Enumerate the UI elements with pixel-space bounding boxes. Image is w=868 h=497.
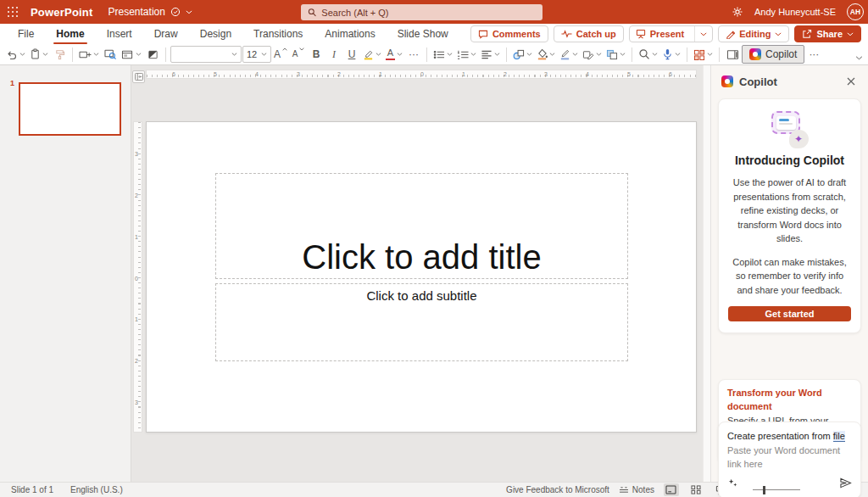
catch-up-button[interactable]: Catch up (554, 25, 624, 42)
copilot-toggle-button[interactable]: Copilot (742, 45, 804, 64)
search-input[interactable] (321, 8, 536, 18)
shapes-button[interactable] (511, 45, 534, 64)
bold-button[interactable]: B (308, 45, 325, 64)
chevron-down-icon (231, 53, 237, 56)
grow-font-button[interactable]: A (272, 45, 289, 64)
numbering-button[interactable] (455, 45, 478, 64)
app-launcher-button[interactable] (0, 0, 25, 24)
shape-effects-button[interactable] (581, 45, 604, 64)
tab-design[interactable]: Design (189, 24, 242, 44)
present-button[interactable]: Present (630, 26, 690, 42)
avatar[interactable]: AH (847, 3, 864, 20)
catch-up-label: Catch up (576, 29, 616, 39)
chevron-down-icon (470, 53, 476, 56)
chevron-down-icon[interactable] (186, 10, 192, 14)
undo-button[interactable] (4, 45, 27, 64)
font-size-combobox[interactable]: 12 (242, 46, 271, 63)
slide-sorter-view-button[interactable] (688, 483, 704, 496)
slide-thumbnail[interactable] (19, 82, 121, 136)
find-button[interactable] (637, 45, 659, 64)
ruler-mark: 2 (337, 70, 341, 79)
tab-insert[interactable]: Insert (96, 24, 143, 44)
collapse-thumbnails-button[interactable] (132, 70, 145, 83)
shape-effects-icon (582, 49, 594, 60)
ruler-ticks (138, 122, 141, 432)
chevron-down-icon (596, 53, 602, 56)
grow-font-icon: A (274, 49, 281, 59)
present-dropdown[interactable] (694, 26, 712, 42)
design-ideas-button[interactable] (692, 45, 715, 64)
tab-transitions[interactable]: Transitions (242, 24, 314, 44)
title-placeholder-text: Click to add title (302, 238, 541, 276)
document-title[interactable]: Presentation (108, 6, 192, 18)
arrange-button[interactable] (604, 45, 627, 64)
caret-down-icon (299, 47, 304, 51)
prompt-placeholder: Paste your Word document link here (727, 445, 840, 470)
more-commands-button[interactable]: ··· (805, 45, 822, 64)
close-copilot-button[interactable] (844, 75, 858, 88)
shape-fill-button[interactable] (535, 45, 557, 64)
more-font-options-button[interactable]: ··· (405, 45, 422, 64)
feedback-link[interactable]: Give Feedback to Microsoft (506, 485, 609, 494)
font-name-combobox[interactable] (170, 46, 242, 63)
tab-animations[interactable]: Animations (314, 24, 386, 44)
new-slide-button[interactable] (77, 45, 101, 64)
align-button[interactable] (479, 45, 502, 64)
chevron-down-icon (136, 53, 142, 56)
format-painter-button[interactable] (51, 45, 68, 64)
search-bar[interactable] (301, 4, 542, 20)
layout-button[interactable] (120, 45, 143, 64)
slide-canvas[interactable]: Click to add title Click to add subtitle (146, 121, 697, 433)
designer-pane-button[interactable] (724, 45, 741, 64)
normal-view-button[interactable] (664, 483, 679, 496)
tab-file[interactable]: File (7, 24, 45, 44)
saved-status-icon (170, 7, 181, 17)
italic-button[interactable]: I (326, 45, 342, 64)
shrink-font-button[interactable]: A (290, 45, 307, 64)
ribbon-toolbar: 12 A A B I U A ··· (0, 44, 868, 65)
settings-gear-icon[interactable] (732, 6, 743, 18)
editing-label: Editing (739, 29, 771, 39)
send-button[interactable] (839, 477, 852, 493)
dictate-button[interactable] (660, 45, 682, 64)
reuse-slides-button[interactable] (102, 45, 119, 64)
chevron-down-icon (707, 53, 713, 56)
title-placeholder[interactable]: Click to add title (215, 173, 628, 279)
tab-slide-show[interactable]: Slide Show (387, 24, 459, 44)
comments-button[interactable]: Comments (470, 25, 548, 42)
editing-mode-button[interactable]: Editing (718, 25, 789, 42)
zoom-slider[interactable] (753, 485, 800, 495)
document-title-label: Presentation (108, 6, 165, 18)
font-color-button[interactable]: A (384, 45, 404, 64)
ribbon-divider (72, 47, 73, 62)
comment-icon (478, 30, 488, 39)
ruler-mark: 2 (135, 193, 138, 198)
copilot-intro-title: Introducing Copilot (728, 154, 851, 167)
user-name[interactable]: Andy Huneycutt-SE (754, 7, 836, 17)
share-button[interactable]: Share (794, 25, 861, 42)
canvas-scrollbar[interactable] (703, 65, 710, 482)
close-icon (847, 77, 855, 86)
paste-button[interactable] (28, 45, 50, 64)
subtitle-placeholder[interactable]: Click to add subtitle (215, 283, 628, 361)
prompt-ideas-button[interactable] (727, 477, 738, 493)
format-background-button[interactable] (144, 45, 161, 64)
share-label: Share (816, 29, 843, 39)
zoom-slider-handle[interactable] (763, 486, 765, 494)
highlight-color-button[interactable] (361, 45, 383, 64)
language-indicator[interactable]: English (U.S.) (70, 485, 123, 494)
shape-outline-icon (559, 48, 570, 60)
collapse-ribbon-button[interactable] (855, 48, 863, 64)
underline-button[interactable]: U (343, 45, 360, 64)
tab-home[interactable]: Home (45, 24, 95, 44)
shape-outline-button[interactable] (558, 45, 580, 64)
get-started-button[interactable]: Get started (728, 306, 851, 321)
slide-count-indicator[interactable]: Slide 1 of 1 (11, 485, 53, 494)
prompt-prefix: Create presentation from (727, 431, 831, 441)
tab-draw[interactable]: Draw (143, 24, 189, 44)
notes-toggle[interactable]: Notes (619, 485, 654, 494)
present-label: Present (650, 29, 684, 39)
file-link[interactable]: file (833, 431, 845, 442)
pencil-icon (726, 30, 735, 39)
bullets-button[interactable] (431, 45, 454, 64)
